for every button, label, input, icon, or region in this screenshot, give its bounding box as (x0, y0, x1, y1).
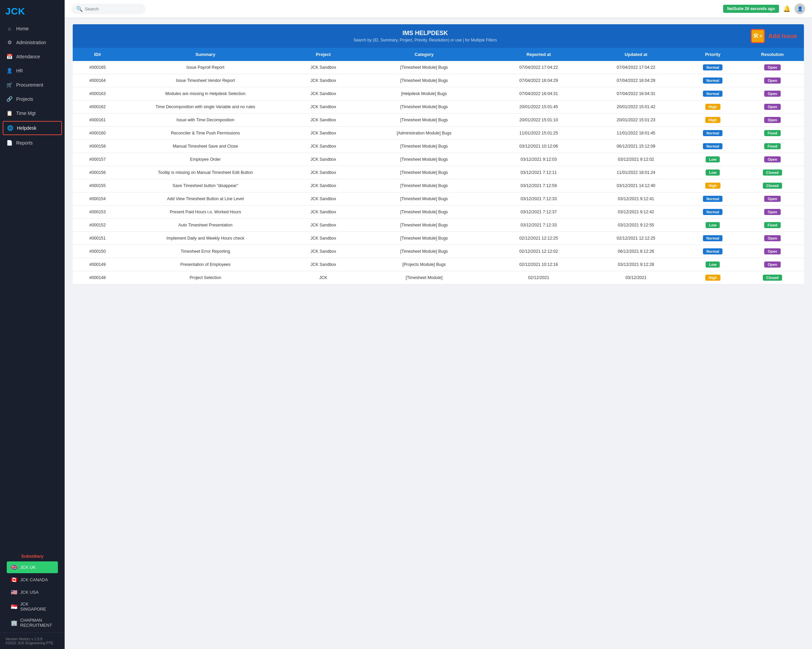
issue-summary: Issue Payroll Report (122, 61, 288, 74)
sidebar-item-projects[interactable]: 🔗Projects (0, 92, 65, 106)
issue-priority: Normal (685, 140, 741, 153)
issue-priority: Normal (685, 74, 741, 87)
issue-summary: Reconciler & Time Push Permissions (122, 127, 288, 140)
resolution-badge: Closed (763, 183, 782, 189)
issue-project: JCK Sandbox (288, 258, 358, 271)
issue-project: JCK Sandbox (288, 166, 358, 179)
resolution-badge: Open (764, 104, 780, 110)
nav-label-administration: Administration (16, 40, 46, 45)
subsidiary-label-jck-singapore: JCK SINGAPORE (20, 602, 54, 612)
nav-label-helpdesk: Helpdesk (17, 126, 37, 131)
col-priority: Priority (685, 48, 741, 61)
subsidiary-label-jck-usa: JCK USA (20, 590, 39, 595)
issue-summary: Time Decomposition with single Variable … (122, 100, 288, 113)
resolution-badge: Open (764, 156, 780, 162)
table-row[interactable]: #000154Add View Timesheet Button at Line… (73, 193, 804, 205)
issue-updated: 06/12/2021 15:12:09 (588, 140, 685, 153)
table-row[interactable]: #000150Timesheet Error ReportingJCK Sand… (73, 245, 804, 258)
helpdesk-banner: IMS HELPDESK Search by (ID, Summary, Pro… (73, 24, 804, 48)
issue-updated: 07/04/2022 17:04:22 (588, 61, 685, 74)
administration-icon: ⚙ (6, 40, 13, 46)
issue-priority: Low (685, 258, 741, 271)
table-row[interactable]: #000149Presentation of EmployeesJCK Sand… (73, 258, 804, 271)
issue-summary: Timesheet Error Reporting (122, 245, 288, 258)
sidebar-item-attendance[interactable]: 📅Attendance (0, 49, 65, 64)
issue-updated: 03/12/2021 (588, 271, 685, 285)
table-row[interactable]: #000148Project SelectionJCK[Timesheet Mo… (73, 271, 804, 285)
banner-subtitle: Search by (ID, Summary, Project, Priorit… (100, 38, 751, 43)
table-row[interactable]: #000165Issue Payroll ReportJCK Sandbox[T… (73, 61, 804, 74)
user-avatar[interactable]: 👤 (795, 3, 805, 14)
issue-summary: Present Paid Hours i.o. Worked Hours (122, 205, 288, 219)
sidebar-item-time-mgt[interactable]: 📋Time Mgt (0, 106, 65, 120)
issue-category: [Timesheet Module] Bugs (358, 113, 490, 127)
issue-id: #000152 (73, 219, 122, 232)
issue-priority: High (685, 100, 741, 113)
add-issue-icon-button[interactable]: 🛠+ (751, 29, 765, 43)
sidebar: JCK ⌂Home⚙Administration📅Attendance👤HR🛒P… (0, 0, 65, 649)
issue-priority: Normal (685, 61, 741, 74)
issue-priority: Normal (685, 87, 741, 100)
subsidiary-jck-singapore[interactable]: 🇸🇬JCK SINGAPORE (7, 599, 58, 614)
issue-reported: 02/12/2021 (490, 271, 588, 285)
issue-summary: Employee Order (122, 153, 288, 166)
issue-updated: 20/01/2022 15:01:23 (588, 113, 685, 127)
table-row[interactable]: #000163Modules are missing in Helpdesk S… (73, 87, 804, 100)
table-row[interactable]: #000164Issue Timesheet Vendor ReportJCK … (73, 74, 804, 87)
issue-summary: Issue Timesheet Vendor Report (122, 74, 288, 87)
table-row[interactable]: #000158Manual Timesheet Save and CloseJC… (73, 140, 804, 153)
table-row[interactable]: #000156Tooltip is missing on Manual Time… (73, 166, 804, 179)
issue-id: #000153 (73, 205, 122, 219)
issue-resolution: Open (741, 258, 804, 271)
table-row[interactable]: #000157Employee OrderJCK Sandbox[Timeshe… (73, 153, 804, 166)
priority-badge: Normal (703, 196, 722, 202)
subsidiary-chapman[interactable]: 🏢CHAPMAN RECRUITMENT (7, 615, 58, 631)
subsidiary-jck-canada[interactable]: 🇨🇦JCK CANADA (7, 574, 58, 586)
table-row[interactable]: #000160Reconciler & Time Push Permission… (73, 127, 804, 140)
attendance-icon: 📅 (6, 54, 13, 60)
issue-reported: 03/12/2021 10:12:06 (490, 140, 588, 153)
issue-id: #000158 (73, 140, 122, 153)
issue-category: [Administration Module] Bugs (358, 127, 490, 140)
issue-reported: 03/12/2021 7:12:33 (490, 193, 588, 205)
issue-summary: Issue with Time Decomposition (122, 113, 288, 127)
sidebar-item-administration[interactable]: ⚙Administration (0, 35, 65, 49)
issue-project: JCK Sandbox (288, 74, 358, 87)
subsidiary-jck-uk[interactable]: 🇬🇧JCK UK (7, 562, 58, 573)
sidebar-item-helpdesk[interactable]: 🌐Helpdesk (3, 121, 62, 135)
sidebar-item-procurement[interactable]: 🛒Procurement (0, 78, 65, 92)
add-issue-button[interactable]: Add Issue (768, 33, 797, 40)
sidebar-item-reports[interactable]: 📄Reports (0, 136, 65, 150)
col-project: Project (288, 48, 358, 61)
issue-project: JCK Sandbox (288, 127, 358, 140)
issue-reported: 07/04/2022 16:04:29 (490, 74, 588, 87)
sidebar-item-hr[interactable]: 👤HR (0, 64, 65, 78)
table-row[interactable]: #000152Auto Timesheet PresentationJCK Sa… (73, 219, 804, 232)
issue-priority: Low (685, 219, 741, 232)
flag-jck-canada: 🇨🇦 (11, 577, 17, 583)
sidebar-item-home[interactable]: ⌂Home (0, 21, 65, 35)
nav-label-reports: Reports (16, 140, 33, 145)
issue-id: #000165 (73, 61, 122, 74)
issue-reported: 07/04/2022 16:04:31 (490, 87, 588, 100)
resolution-badge: Open (764, 91, 780, 97)
col-updated-at: Updated at (588, 48, 685, 61)
nav-label-time-mgt: Time Mgt (16, 110, 36, 116)
app-logo: JCK (5, 6, 25, 17)
notification-icon[interactable]: 🔔 (783, 5, 791, 12)
table-row[interactable]: #000151Implement Daily and Weekly Hours … (73, 232, 804, 245)
issue-reported: 02/12/2021 12:12:02 (490, 245, 588, 258)
search-bar[interactable]: 🔍 (71, 4, 145, 14)
table-row[interactable]: #000161Issue with Time DecompositionJCK … (73, 113, 804, 127)
issue-resolution: Fixed (741, 127, 804, 140)
issue-summary: Modules are missing in Helpdesk Selectio… (122, 87, 288, 100)
issue-summary: Manual Timesheet Save and Close (122, 140, 288, 153)
table-row[interactable]: #000155Save Timesheet button "disappear"… (73, 179, 804, 193)
issue-reported: 07/04/2022 17:04:22 (490, 61, 588, 74)
table-row[interactable]: #000162Time Decomposition with single Va… (73, 100, 804, 113)
search-input[interactable] (85, 6, 132, 11)
subsidiary-jck-usa[interactable]: 🇺🇸JCK USA (7, 586, 58, 598)
issue-resolution: Open (741, 100, 804, 113)
table-row[interactable]: #000153Present Paid Hours i.o. Worked Ho… (73, 205, 804, 219)
issue-reported: 03/12/2021 7:12:11 (490, 166, 588, 179)
